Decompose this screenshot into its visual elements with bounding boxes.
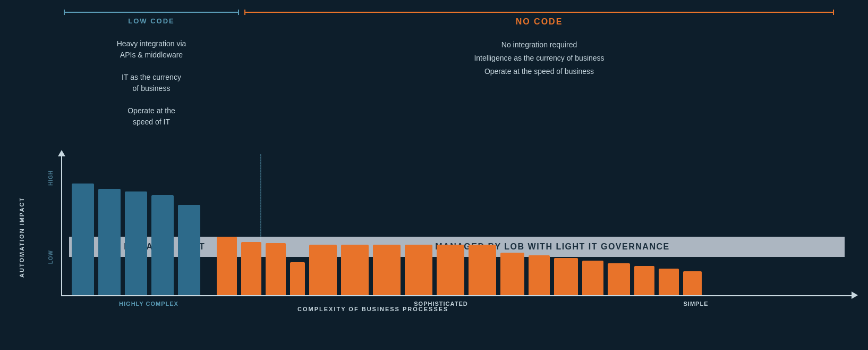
x-axis	[61, 295, 853, 296]
bar-orange-8	[437, 245, 464, 295]
bar-orange-11	[529, 255, 550, 295]
x-axis-arrow	[852, 291, 858, 299]
y-axis-arrow	[58, 150, 65, 156]
bar-orange-4	[309, 245, 337, 295]
y-tick-high: HIGH	[48, 170, 54, 186]
bar-orange-6	[373, 245, 401, 295]
bar-blue-3	[151, 195, 174, 295]
bar-orange-14	[608, 263, 630, 295]
bar-blue-1	[98, 189, 121, 295]
bar-orange-10	[500, 253, 524, 295]
y-tick-low: LOW	[48, 250, 54, 264]
bar-blue-0	[72, 184, 94, 295]
y-axis	[61, 154, 62, 295]
y-axis-label: AUTOMATION IMPACT	[19, 197, 25, 278]
low-code-bracket: LOW CODE	[64, 10, 239, 25]
low-code-label: LOW CODE	[64, 17, 239, 25]
bar-orange-17	[683, 271, 702, 295]
bar-blue-2	[125, 191, 147, 295]
no-code-label: NO CODE	[244, 17, 834, 27]
bar-orange-2	[266, 243, 286, 295]
chart-container: LOW CODE NO CODE Heavy integration via A…	[0, 0, 868, 350]
x-label-sophisticated: SOPHISTICATED	[335, 301, 547, 307]
no-code-bracket: NO CODE	[244, 10, 834, 27]
no-code-description: No integration required Intelligence as …	[244, 38, 834, 79]
x-label-highly-complex: HIGHLY COMPLEX	[74, 301, 223, 307]
low-code-description: Heavy integration via APIs & middleware …	[64, 38, 239, 128]
bars-container	[69, 154, 845, 295]
chart-area: AUTOMATION IMPACT HIGH LOW COMPLEXITY OF…	[32, 154, 850, 324]
bar-orange-0	[217, 237, 237, 295]
bar-orange-9	[469, 245, 496, 295]
bar-orange-3	[290, 262, 305, 295]
bar-orange-13	[582, 261, 603, 295]
bar-orange-1	[241, 242, 261, 295]
x-label-simple: SIMPLE	[643, 301, 749, 307]
bar-orange-16	[659, 269, 679, 295]
bar-orange-15	[634, 266, 654, 295]
bar-orange-7	[405, 245, 432, 295]
bar-orange-5	[341, 245, 369, 295]
bar-blue-4	[178, 205, 200, 295]
bar-orange-12	[554, 258, 578, 295]
